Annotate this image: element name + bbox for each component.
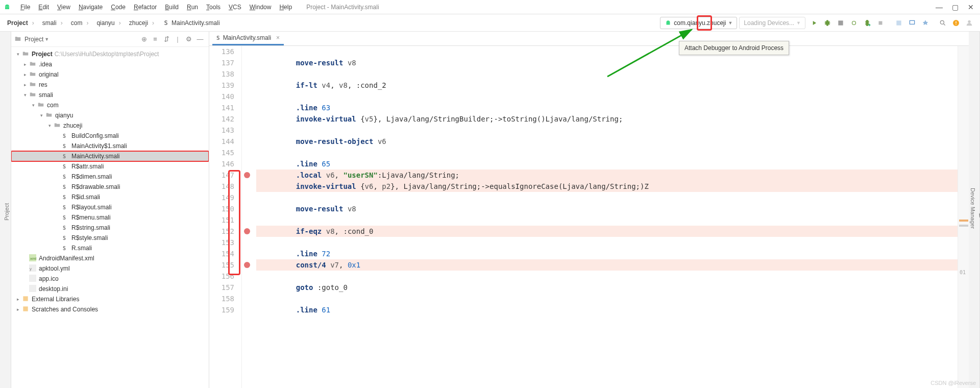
minimize-button[interactable]: — (936, 3, 943, 11)
menu-code[interactable]: Code (107, 3, 130, 12)
profiler-button[interactable] (847, 16, 861, 30)
menu-window[interactable]: Window (246, 3, 276, 12)
code-content[interactable]: move-result v8 if-lt v4, v8, :cond_2 .li… (256, 46, 958, 388)
breadcrumb-com[interactable]: com (68, 19, 94, 27)
breakpoint-icon[interactable] (244, 262, 250, 268)
navigation-bar: Projectsmalicomqianyuzhuceji SMainActivi… (0, 14, 980, 32)
tree-item[interactable]: ▾ProjectC:\Users\iHui\Desktop\tmp\test\P… (11, 49, 209, 59)
left-tool-strip: Project (0, 32, 11, 388)
run-button[interactable] (807, 16, 821, 30)
attach-debugger-button[interactable] (861, 16, 874, 30)
tree-item[interactable]: ▸SR$string.smali (11, 223, 209, 233)
close-tab-button[interactable]: × (276, 34, 280, 41)
svg-point-7 (968, 20, 970, 22)
sync-button[interactable] (892, 16, 905, 30)
breadcrumb-zhuceji[interactable]: zhuceji (126, 19, 159, 27)
menu-view[interactable]: View (53, 3, 75, 12)
project-tree[interactable]: ▾ProjectC:\Users\iHui\Desktop\tmp\test\P… (11, 47, 209, 388)
breadcrumb-qianyu[interactable]: qianyu (93, 19, 126, 27)
chevron-down-icon: ▼ (728, 20, 732, 26)
error-stripe[interactable]: 01 (958, 46, 969, 388)
menu-navigate[interactable]: Navigate (75, 3, 107, 12)
project-tool-window: Project ▼ ⊕ ≡ ⇵ | ⚙ — ▾ProjectC:\Users\i… (11, 32, 209, 388)
tree-item[interactable]: ▸res (11, 80, 209, 90)
breakpoint-icon[interactable] (244, 172, 250, 178)
tree-item[interactable]: ▸original (11, 69, 209, 80)
menu-vcs[interactable]: VCS (225, 3, 246, 12)
tree-item[interactable]: ▾zhuceji (11, 120, 209, 131)
menu-build[interactable]: Build (161, 3, 183, 12)
select-opened-file-button[interactable]: ⊕ (138, 35, 150, 43)
sdk-button[interactable] (919, 16, 932, 30)
bytecode-tab[interactable]: 字节码 (977, 32, 980, 385)
main-area: Project Project ▼ ⊕ ≡ ⇵ | ⚙ — ▾ProjectC:… (0, 32, 980, 388)
marker-label: 01 (960, 270, 966, 275)
search-everywhere-button[interactable] (936, 16, 949, 30)
svg-point-2 (852, 21, 856, 25)
hide-button[interactable]: — (194, 35, 206, 43)
svg-point-0 (6, 6, 6, 7)
tree-item[interactable]: ▸.idea (11, 59, 209, 69)
tree-item[interactable]: ▸SR$drawable.smali (11, 182, 209, 192)
tree-item[interactable]: ▸SBuildConfig.smali (11, 131, 209, 141)
tree-item[interactable]: ▾smali (11, 90, 209, 100)
tooltip-attach-debugger: Attach Debugger to Android Process (679, 41, 789, 55)
tree-item[interactable]: ▸xmlAndroidManifest.xml (11, 253, 209, 263)
tree-item[interactable]: ▸External Libraries (11, 294, 209, 304)
tree-item[interactable]: ▸desktop.ini (11, 284, 209, 294)
stop-button[interactable] (874, 16, 887, 30)
tree-item[interactable]: ▸SR$layout.smali (11, 202, 209, 212)
collapse-all-button[interactable]: ⇵ (161, 35, 172, 43)
menu-help[interactable]: Help (275, 3, 296, 12)
tree-item[interactable]: ▸SR$attr.smali (11, 161, 209, 172)
svg-text:y: y (30, 266, 32, 271)
svg-text:xml: xml (30, 256, 36, 261)
breakpoint-icon[interactable] (244, 228, 250, 234)
ide-update-button[interactable] (949, 16, 963, 30)
editor-tabs: S MainActivity.smali × (209, 32, 969, 46)
menu-refactor[interactable]: Refactor (130, 3, 161, 12)
tree-item[interactable]: ▸SMainActivity.smali (11, 151, 209, 161)
tree-item[interactable]: ▸SR$dimen.smali (11, 172, 209, 182)
tree-item[interactable]: ▸Scratches and Consoles (11, 304, 209, 314)
menu-tools[interactable]: Tools (202, 3, 225, 12)
editor-area: S MainActivity.smali × 13613713813914014… (209, 32, 969, 388)
avd-button[interactable] (905, 16, 919, 30)
coverage-button[interactable] (834, 16, 847, 30)
chevron-down-icon: ▼ (44, 37, 49, 42)
editor-tab-label: MainActivity.smali (223, 34, 271, 41)
line-number-gutter[interactable]: 1361371381391401411421431441451461471481… (209, 46, 242, 388)
breadcrumb-file[interactable]: SMainActivity.smali (159, 19, 223, 27)
code-editor[interactable]: 1361371381391401411421431441451461471481… (209, 46, 969, 388)
maximize-button[interactable]: ▢ (952, 3, 959, 11)
debug-button[interactable] (821, 16, 834, 30)
project-view-selector[interactable]: Project (24, 36, 43, 43)
tree-item[interactable]: ▸app.ico (11, 274, 209, 284)
tree-item[interactable]: ▸SR.smali (11, 243, 209, 253)
user-icon[interactable] (963, 16, 976, 30)
svg-rect-12 (29, 275, 36, 282)
svg-rect-13 (29, 285, 36, 292)
expand-all-button[interactable]: ≡ (150, 35, 161, 43)
device-manager-tab[interactable]: Device Manager (969, 32, 977, 385)
project-tool-tab[interactable]: Project (3, 36, 11, 388)
device-selector[interactable]: Loading Devices... ▼ (739, 17, 805, 29)
tree-item[interactable]: ▸yapktool.yml (11, 263, 209, 274)
tree-item[interactable]: ▾qianyu (11, 110, 209, 120)
close-button[interactable]: ✕ (968, 3, 974, 11)
tree-item[interactable]: ▸SR$style.smali (11, 233, 209, 243)
settings-button[interactable]: ⚙ (183, 35, 194, 43)
breakpoint-gutter[interactable] (242, 46, 256, 388)
tree-item[interactable]: ▸SMainActivity$1.smali (11, 141, 209, 151)
breadcrumb-project[interactable]: Project (4, 19, 39, 27)
tree-item[interactable]: ▸SR$menu.smali (11, 212, 209, 223)
menu-run[interactable]: Run (183, 3, 202, 12)
svg-rect-4 (910, 20, 914, 24)
breadcrumb-smali[interactable]: smali (39, 19, 68, 27)
menu-edit[interactable]: Edit (34, 3, 53, 12)
tree-item[interactable]: ▸SR$id.smali (11, 192, 209, 202)
svg-rect-3 (879, 21, 883, 25)
menu-file[interactable]: File (16, 3, 34, 12)
tree-item[interactable]: ▾com (11, 100, 209, 110)
editor-tab-mainactivity[interactable]: S MainActivity.smali × (212, 32, 284, 45)
